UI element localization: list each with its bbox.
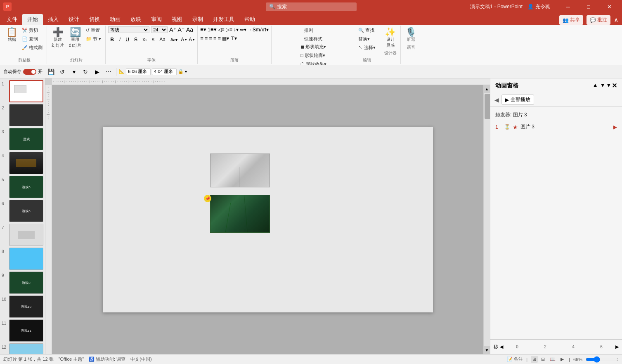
align-center[interactable]: ≡	[205, 35, 208, 41]
autosave-toggle[interactable]	[23, 69, 36, 75]
font-size-select[interactable]: 24	[151, 26, 168, 33]
slide-6-thumbnail[interactable]: 游戏6	[9, 200, 43, 222]
slide-image-2[interactable]	[210, 195, 270, 233]
slide-4-thumbnail[interactable]	[9, 152, 43, 174]
indent-increase[interactable]: ▷≡	[226, 27, 232, 33]
anim-item-play[interactable]: ▶	[613, 124, 617, 130]
slide-thumb-5[interactable]: 5 游戏5	[2, 176, 43, 198]
vertical-scrollbar[interactable]: ▲ ▼	[483, 85, 490, 354]
slide-thumb-9[interactable]: 9 游戏9	[2, 272, 43, 294]
reading-view-button[interactable]: 📖	[548, 356, 557, 363]
height-input[interactable]	[152, 69, 177, 75]
close-button[interactable]: ✕	[600, 0, 619, 13]
shape-effects-button[interactable]: ⬡ 形状效果▾	[299, 60, 328, 65]
slide-thumb-4[interactable]: 4	[2, 152, 43, 174]
format-painter-button[interactable]: 🖌️ 格式刷	[20, 44, 44, 52]
font-family-select[interactable]: 等线	[108, 26, 149, 33]
reset-button[interactable]: ↺ 重置	[84, 26, 103, 34]
designer-button[interactable]: ✨ 设计 灵感	[383, 26, 398, 50]
slide-thumb-1[interactable]: 1	[2, 80, 43, 102]
tab-developer[interactable]: 开发工具	[208, 14, 239, 25]
dictate-button[interactable]: 🎙️ 听写	[403, 26, 419, 44]
slide-thumb-6[interactable]: 6 游戏6	[2, 200, 43, 222]
slide-2-thumbnail[interactable]	[9, 104, 43, 126]
clear-format-button[interactable]: Aa	[186, 26, 193, 33]
tab-slideshow[interactable]: 放映	[125, 14, 146, 25]
slide-thumb-2[interactable]: 2	[2, 104, 43, 126]
normal-view-button[interactable]: ⊞	[531, 356, 538, 363]
text-direction[interactable]: ⇔▾	[240, 27, 246, 33]
italic-button[interactable]: I	[118, 36, 122, 43]
convert-smartart[interactable]: →SmArt▾	[248, 27, 269, 33]
subscript-button[interactable]: X₂	[141, 37, 149, 43]
justify[interactable]: ≡	[213, 35, 217, 41]
bullets-button[interactable]: ≡▾	[200, 26, 206, 33]
font-size-decrease[interactable]: A⁻	[178, 26, 184, 33]
width-input[interactable]	[126, 69, 151, 75]
shape-outline-button[interactable]: □ 形状轮廓▾	[299, 52, 328, 59]
scroll-up[interactable]: ▲	[484, 85, 490, 93]
slide-8-thumbnail[interactable]	[9, 248, 43, 270]
anim-item-1[interactable]: 1 ⏳ ★ 图片 3 ▶	[495, 122, 617, 132]
slide-12-thumbnail[interactable]	[9, 343, 43, 354]
tab-insert[interactable]: 插入	[43, 14, 64, 25]
strikethrough-button[interactable]: S	[132, 36, 139, 43]
tab-record[interactable]: 录制	[187, 14, 208, 25]
slide-5-thumbnail[interactable]: 游戏5	[9, 176, 43, 198]
share-button[interactable]: 👥 共享	[559, 15, 583, 25]
new-slide-button[interactable]: ➕ 新建 幻灯片	[50, 26, 66, 50]
slide-11-thumbnail[interactable]: 游戏11	[9, 319, 43, 342]
paste-button[interactable]: 📋 粘贴	[4, 26, 19, 44]
select-button[interactable]: ↖ 选择▾	[357, 44, 377, 52]
comment-button[interactable]: 💬 批注	[587, 15, 610, 25]
numbering-button[interactable]: 1≡▾	[208, 26, 217, 33]
scroll-down[interactable]: ▼	[484, 346, 490, 354]
scroll-thumb[interactable]	[485, 94, 490, 119]
line-spacing[interactable]: ↕▾	[234, 27, 239, 33]
slide-sorter-button[interactable]: ⊟	[539, 356, 546, 363]
replace-button[interactable]: 替换▾	[357, 35, 377, 43]
font-color-button[interactable]: A ▾	[181, 37, 187, 43]
slideshow-button[interactable]: ▶	[559, 356, 565, 363]
text-align-vert[interactable]: ⊤▾	[230, 35, 237, 41]
aspect-lock[interactable]: 🔒	[178, 69, 184, 74]
cut-button[interactable]: ✂️ 剪切	[20, 26, 44, 34]
align-left[interactable]: ≡	[200, 35, 203, 41]
slide-10-thumbnail[interactable]: 游戏10	[9, 295, 43, 318]
tab-review[interactable]: 审阅	[146, 14, 167, 25]
uppercase-button[interactable]: Aa▾	[169, 37, 179, 43]
tab-file[interactable]: 文件	[2, 14, 22, 25]
maximize-button[interactable]: □	[579, 0, 598, 13]
columns[interactable]: ▦▾	[222, 35, 229, 41]
more-qa-button[interactable]: ⋯	[104, 67, 114, 77]
notes-button[interactable]: 📝 备注	[507, 356, 523, 362]
indent-decrease[interactable]: ◁≡	[218, 27, 225, 33]
tab-transitions[interactable]: 切换	[84, 14, 105, 25]
char-spacing-button[interactable]: Aa	[158, 36, 167, 43]
accessibility-button[interactable]: ♿ 辅助功能: 调查	[89, 356, 125, 362]
slide-thumb-11[interactable]: 11 游戏11	[2, 319, 43, 342]
anim-panel-down[interactable]: ▼	[600, 82, 605, 90]
undo-button[interactable]: ↺	[57, 67, 67, 77]
tab-view[interactable]: 视图	[167, 14, 187, 25]
slide-9-thumbnail[interactable]: 游戏9	[9, 272, 43, 294]
tab-design[interactable]: 设计	[64, 14, 84, 25]
copy-button[interactable]: 📄 复制	[20, 35, 44, 43]
quick-styles-button[interactable]: 快速样式	[303, 35, 324, 43]
slide-thumb-3[interactable]: 3 游戏	[2, 128, 43, 150]
tab-help[interactable]: 帮助	[239, 14, 260, 25]
undo-dropdown[interactable]: ▾	[69, 67, 79, 77]
highlight-button[interactable]: A ▾	[189, 37, 195, 43]
slide-1-thumbnail[interactable]	[9, 80, 43, 102]
reuse-slide-button[interactable]: 🔄 重用 幻灯片	[67, 26, 83, 50]
slide-thumb-12[interactable]: 12	[2, 343, 43, 354]
slide-thumb-8[interactable]: 8	[2, 248, 43, 270]
timeline-prev[interactable]: ◀	[500, 344, 503, 350]
slide-canvas[interactable]: 📌	[52, 85, 483, 354]
slide-7-thumbnail[interactable]	[9, 224, 43, 246]
save-button[interactable]: 💾	[46, 67, 56, 77]
zoom-slider[interactable]	[586, 356, 619, 363]
slide-image-1[interactable]	[210, 154, 270, 187]
arrange-button[interactable]: 排列	[303, 26, 324, 34]
underline-button[interactable]: U	[124, 36, 131, 43]
